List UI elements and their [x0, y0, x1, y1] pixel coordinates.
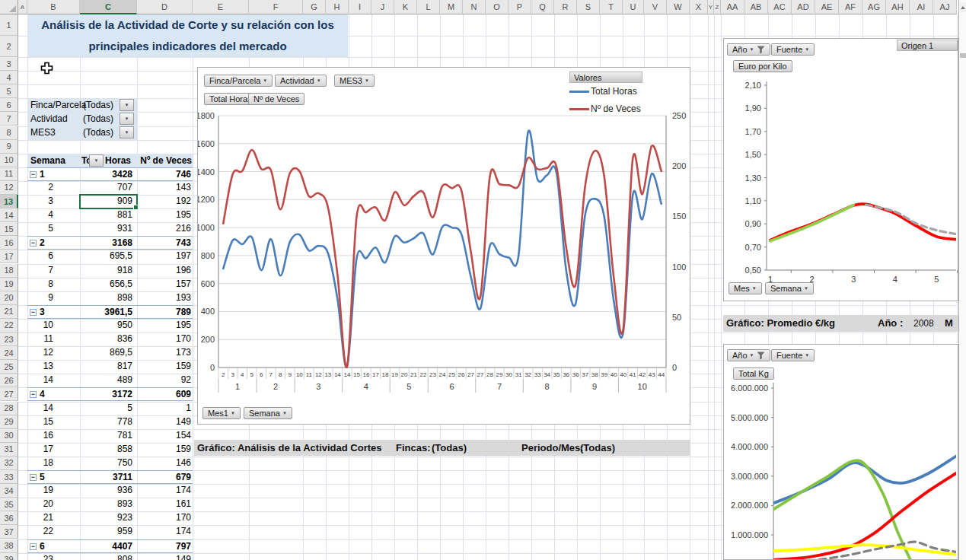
column-header-AG[interactable]: AG: [862, 0, 886, 14]
column-header-AF[interactable]: AF: [839, 0, 862, 14]
row-header-36[interactable]: 36: [0, 511, 18, 525]
pivot-row[interactable]: −33961,5789: [27, 305, 193, 319]
num-veces-cell[interactable]: 174: [137, 485, 191, 495]
chart-filter-finca-button[interactable]: Finca/Parcela ▼: [204, 75, 273, 87]
total-horas-cell[interactable]: 3428: [80, 169, 132, 180]
column-header-W[interactable]: W: [667, 0, 690, 14]
row-header-30[interactable]: 30: [0, 429, 18, 443]
pivot-row[interactable]: 4881195: [27, 208, 193, 222]
num-veces-cell[interactable]: 196: [137, 265, 191, 275]
num-veces-cell[interactable]: 797: [137, 541, 191, 552]
row-header-39[interactable]: 39: [0, 553, 18, 560]
row-header-12[interactable]: 12: [0, 181, 18, 195]
column-header-AI[interactable]: AI: [910, 0, 933, 14]
row-header-14[interactable]: 14: [0, 208, 18, 222]
total-horas-cell[interactable]: 936: [80, 485, 132, 495]
collapse-button[interactable]: −: [30, 391, 37, 398]
total-horas-cell[interactable]: 695,5: [80, 250, 132, 261]
column-header-A[interactable]: A: [18, 0, 27, 14]
column-header-Q[interactable]: Q: [531, 0, 554, 14]
num-veces-cell[interactable]: 170: [137, 512, 191, 523]
num-veces-cell[interactable]: 1: [137, 402, 191, 413]
num-veces-cell[interactable]: 609: [137, 389, 191, 399]
pivot-row[interactable]: 15778149: [27, 415, 193, 429]
column-header-C[interactable]: C: [80, 0, 137, 14]
num-veces-cell[interactable]: 192: [137, 196, 191, 206]
row-header-22[interactable]: 22: [0, 319, 18, 332]
row-header-7[interactable]: 7: [0, 112, 18, 126]
pivot-row[interactable]: 11836170: [27, 332, 193, 346]
filter-dropdown-mes3[interactable]: ▼: [120, 126, 134, 138]
euro-axis-semana-button[interactable]: Semana ▼: [765, 282, 814, 294]
num-veces-cell[interactable]: 157: [137, 278, 191, 289]
row-header-15[interactable]: 15: [0, 222, 18, 236]
total-horas-cell[interactable]: 869,5: [80, 347, 132, 358]
column-header-R[interactable]: R: [554, 0, 577, 14]
pivot-row[interactable]: 23808149: [27, 553, 193, 560]
legend-valores-button[interactable]: Valores: [569, 72, 642, 83]
select-all-corner[interactable]: [0, 0, 18, 14]
total-horas-cell[interactable]: 808: [80, 554, 132, 560]
row-header-17[interactable]: 17: [0, 250, 18, 263]
num-veces-cell[interactable]: 746: [137, 169, 191, 180]
num-veces-cell[interactable]: 197: [137, 250, 191, 261]
row-header-2[interactable]: 2: [0, 36, 18, 57]
column-header-J[interactable]: J: [371, 0, 394, 14]
row-header-37[interactable]: 37: [0, 525, 18, 539]
row-header-34[interactable]: 34: [0, 484, 18, 498]
row-header-31[interactable]: 31: [0, 443, 18, 457]
pivot-row[interactable]: 13817159: [27, 360, 193, 374]
column-header-D[interactable]: D: [137, 0, 193, 14]
column-header-K[interactable]: K: [394, 0, 417, 14]
column-header-L[interactable]: L: [417, 0, 440, 14]
pivot-row[interactable]: 16781154: [27, 429, 193, 443]
column-header-E[interactable]: E: [193, 0, 249, 14]
total-horas-cell[interactable]: 959: [80, 526, 132, 536]
total-horas-cell[interactable]: 931: [80, 223, 132, 234]
pivot-row[interactable]: 7918196: [27, 264, 193, 278]
total-horas-cell[interactable]: 4407: [80, 541, 132, 552]
num-veces-cell[interactable]: 195: [137, 209, 191, 220]
row-header-29[interactable]: 29: [0, 415, 18, 429]
row-header-33[interactable]: 33: [0, 470, 18, 484]
row-header-4[interactable]: 4: [0, 71, 18, 84]
chart-filter-mes3-button[interactable]: MES3 ▼: [334, 75, 375, 87]
pivot-row[interactable]: 21923170: [27, 511, 193, 525]
row-header-24[interactable]: 24: [0, 346, 18, 360]
total-horas-cell[interactable]: 817: [80, 361, 132, 371]
row-header-32[interactable]: 32: [0, 457, 18, 470]
row-header-1[interactable]: 1: [0, 14, 18, 36]
kg-filter-fuente-button[interactable]: Fuente ▼: [771, 349, 815, 361]
column-header-T[interactable]: T: [600, 0, 623, 14]
num-veces-cell[interactable]: 143: [137, 182, 191, 192]
scrollbar-thumb[interactable]: [960, 53, 966, 58]
pivot-row[interactable]: 8656,5157: [27, 278, 193, 291]
total-horas-cell[interactable]: 656,5: [80, 278, 132, 289]
num-veces-cell[interactable]: 159: [137, 444, 191, 454]
row-header-19[interactable]: 19: [0, 278, 18, 291]
pivot-row[interactable]: −43172609: [27, 387, 193, 401]
num-veces-cell[interactable]: 154: [137, 430, 191, 441]
row-header-9[interactable]: 9: [0, 140, 18, 154]
pivot-row[interactable]: −23168743: [27, 236, 193, 250]
column-header-V[interactable]: V: [644, 0, 667, 14]
column-header-AH[interactable]: AH: [886, 0, 910, 14]
total-horas-cell[interactable]: 918: [80, 265, 132, 275]
total-horas-cell[interactable]: 893: [80, 498, 132, 509]
column-header-AA[interactable]: AA: [721, 0, 744, 14]
total-horas-cell[interactable]: 858: [80, 444, 132, 454]
euro-filter-fuente-button[interactable]: Fuente ▼: [771, 43, 815, 56]
row-header-20[interactable]: 20: [0, 291, 18, 305]
column-header-H[interactable]: H: [326, 0, 349, 14]
pivot-row[interactable]: 18750146: [27, 457, 193, 470]
pivot-row[interactable]: 10950195: [27, 319, 193, 332]
num-veces-cell[interactable]: 195: [137, 320, 191, 330]
pivot-row[interactable]: 1448992: [27, 374, 193, 387]
column-header-AC[interactable]: AC: [768, 0, 792, 14]
num-veces-cell[interactable]: 173: [137, 347, 191, 358]
filter-dropdown-finca/parcela[interactable]: ▼: [120, 99, 134, 111]
column-header-AJ[interactable]: AJ: [933, 0, 957, 14]
pivot-row[interactable]: 1451: [27, 402, 193, 415]
vertical-scrollbar[interactable]: [958, 0, 966, 560]
semana-filter-dropdown[interactable]: ▼: [89, 154, 104, 167]
